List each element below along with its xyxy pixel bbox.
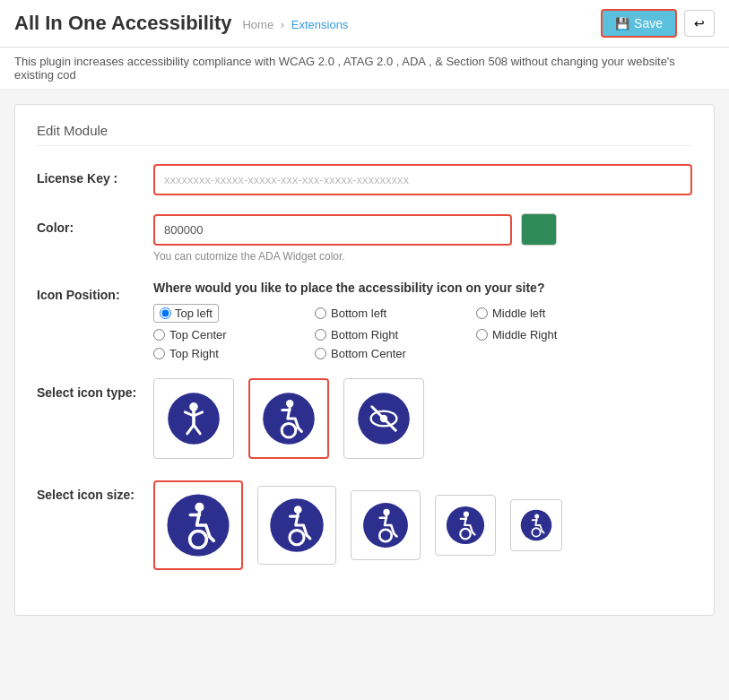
color-row: Color: You can cutomize the ADA Widget c…	[37, 213, 692, 263]
position-empty	[476, 347, 620, 360]
size-l-icon	[269, 497, 325, 553]
position-question: Where would you like to place the access…	[153, 281, 692, 295]
subtitle-bar: This plugin increases accessibility comp…	[0, 48, 729, 90]
color-hint: You can cutomize the ADA Widget color.	[153, 250, 692, 263]
save-button[interactable]: 💾 Save	[601, 9, 677, 38]
position-top-right[interactable]: Top Right	[153, 347, 297, 360]
color-label: Color:	[37, 213, 153, 235]
color-input[interactable]	[153, 214, 512, 246]
save-label: Save	[634, 16, 663, 30]
position-middle-left[interactable]: Middle left	[476, 304, 620, 323]
svg-point-21	[383, 509, 389, 515]
position-top-left[interactable]: Top left	[153, 304, 297, 323]
svg-point-15	[195, 503, 204, 512]
icon-type-row: Select icon type:	[37, 378, 692, 459]
position-field: Where would you like to place the access…	[153, 281, 692, 360]
color-field: You can cutomize the ADA Widget color.	[153, 213, 692, 263]
icon-size-options	[153, 480, 692, 570]
svg-point-8	[286, 400, 293, 407]
license-label: License Key :	[37, 164, 153, 186]
icon-size-xl[interactable]	[153, 480, 243, 570]
icon-type-field	[153, 378, 692, 459]
subtitle-text: This plugin increases accessibility comp…	[14, 55, 675, 82]
icon-size-label-text: Select icon size:	[37, 488, 135, 502]
icon-size-xs[interactable]	[510, 499, 562, 551]
icon-size-row: Select icon size:	[37, 480, 692, 570]
edit-module-card: Edit Module License Key : Color: You can…	[14, 104, 715, 616]
position-top-center[interactable]: Top Center	[153, 328, 297, 341]
icon-type-eye-slash[interactable]	[343, 378, 424, 459]
icon-type-label-text: Select icon type:	[37, 385, 136, 400]
position-bottom-center[interactable]: Bottom Center	[315, 347, 458, 360]
person-icon	[167, 392, 221, 445]
position-grid: Top left Bottom left Middle left T	[153, 304, 620, 360]
top-bar-left: All In One Accessibility Home › Extensio…	[14, 12, 348, 35]
icon-type-options	[153, 378, 692, 459]
svg-point-24	[464, 512, 469, 517]
icon-size-s[interactable]	[435, 495, 496, 556]
breadcrumb-extensions[interactable]: Extensions	[291, 18, 349, 31]
icon-size-l[interactable]	[257, 486, 336, 565]
back-button[interactable]: ↩	[684, 10, 715, 37]
eye-slash-icon	[357, 392, 411, 445]
top-bar: All In One Accessibility Home › Extensio…	[0, 0, 729, 48]
wheelchair-icon	[262, 392, 316, 445]
icon-size-field	[153, 480, 692, 570]
position-bottom-right[interactable]: Bottom Right	[315, 328, 458, 341]
size-m-icon	[362, 502, 409, 549]
size-xs-icon	[520, 509, 552, 541]
save-icon: 💾	[615, 17, 629, 30]
top-bar-right: 💾 Save ↩	[601, 9, 715, 38]
position-label: Icon Position:	[37, 281, 153, 302]
icon-type-wheelchair[interactable]	[248, 378, 329, 459]
position-middle-right[interactable]: Middle Right	[476, 328, 620, 341]
icon-size-m[interactable]	[351, 490, 421, 560]
main-content: Edit Module License Key : Color: You can…	[0, 90, 729, 630]
app-title: All In One Accessibility	[14, 12, 231, 35]
license-row: License Key :	[37, 164, 692, 195]
svg-point-27	[534, 514, 539, 518]
breadcrumb: Home › Extensions	[242, 18, 348, 31]
icon-size-label: Select icon size:	[37, 480, 153, 502]
license-field	[153, 164, 692, 195]
breadcrumb-home[interactable]: Home	[242, 18, 273, 31]
card-title: Edit Module	[37, 123, 692, 146]
position-row: Icon Position: Where would you like to p…	[37, 281, 692, 360]
size-s-icon	[446, 506, 485, 545]
size-xl-icon	[166, 493, 230, 557]
icon-type-label: Select icon type:	[37, 378, 153, 400]
license-input[interactable]	[153, 164, 692, 195]
back-icon: ↩	[694, 16, 705, 30]
color-swatch[interactable]	[521, 213, 557, 246]
icon-type-person[interactable]	[153, 378, 234, 459]
svg-point-18	[294, 506, 302, 514]
color-input-row	[153, 213, 692, 246]
position-bottom-left[interactable]: Bottom left	[315, 304, 458, 323]
breadcrumb-separator: ›	[281, 18, 284, 31]
